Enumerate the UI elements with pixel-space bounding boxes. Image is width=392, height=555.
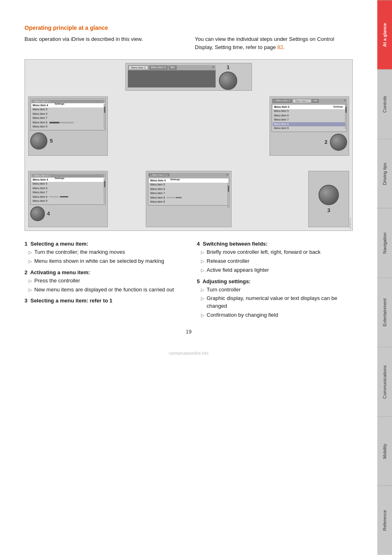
intro-link-82[interactable]: 82 [277, 44, 283, 50]
scrollbar-mid-left [104, 104, 106, 129]
menu-row-8: Menu item 8 [31, 121, 105, 125]
section-heading: Operating principle at a glance [24, 25, 353, 31]
menu-r-row-7: Menu item 7 [273, 118, 346, 122]
diagram-panel-mid-left: « Menu item 3 » ○ Menu item 4 Settings M… [28, 96, 108, 156]
menu-mid-right: Menu item 4 Settings Menu item 5 Menu it… [272, 104, 347, 132]
progress-fill-8 [49, 122, 59, 123]
tab2-menu-item-2: « Menu item 2 [272, 99, 292, 103]
arrow-icon-4-1: ▷ [201, 249, 204, 256]
list-title-4: Switching between fields: [203, 241, 267, 247]
menu-bc-row-9: Menu item 9 [149, 200, 228, 204]
menu-row-5: Menu item 5 [31, 107, 105, 112]
menu-r-row-9: Menu item 9 [273, 126, 346, 130]
tab-menu-item-3: Menu item 3 [149, 65, 168, 70]
mid-left-menu: « Menu item 3 » ○ Menu item 4 Settings M… [30, 98, 106, 130]
bot-tab-close-icon: ✕ [226, 173, 229, 177]
subitem-1-1: ▷ Turn the controller; the marking moves [29, 248, 180, 256]
scrollbar-thumb-r [345, 107, 347, 113]
sidebar-tab-controls[interactable]: Controls [377, 69, 392, 139]
list-num-3: 3 [24, 298, 27, 304]
mid-left-knob-row: 5 [30, 132, 106, 150]
sidebar-tab-mobility[interactable]: Mobility [377, 416, 392, 486]
subitem-1-2: ▷ Menu items shown in white can be selec… [29, 257, 180, 265]
tab2-menu-item-3: Menu item 3 [293, 99, 311, 103]
mid-right-knob-row: 2 [272, 134, 347, 151]
arrow-icon-4-3: ▷ [201, 267, 204, 274]
subitem-text-5-3: Confirmation by changing field [207, 311, 278, 319]
menu-r-row-8-hi: Menu item 8 [273, 122, 346, 126]
subitem-text-4-2: Release controller [207, 257, 249, 265]
arrow-icon-2-1: ▷ [29, 278, 32, 284]
list-item-5-title: 5 Adjusting settings: [197, 278, 353, 284]
menu-r-row-4: Menu item 4 Settings [273, 105, 346, 109]
menu-row-7: Menu item 7 [31, 116, 105, 120]
mid-right-tabbar: « Menu item 2 Menu item 3 Mix ✕ [272, 98, 347, 103]
controller-knob-3-left [30, 206, 45, 221]
sidebar-tab-navigation[interactable]: Navigation [377, 208, 392, 278]
list-col-left: 1 Selecting a menu item: ▷ Turn the cont… [24, 241, 180, 320]
subitem-5-3: ▷ Confirmation by changing field [201, 311, 353, 319]
diagram-panel-bot-right: 3 [308, 171, 349, 227]
subitem-4-3: ▷ Active field appears lighter [201, 266, 353, 274]
menu-bot-minimize: ○ [102, 175, 103, 177]
sidebar-tab-driving-tips[interactable]: Driving tips [377, 139, 392, 208]
subitem-5-2: ▷ Graphic display, numerical value or te… [201, 295, 353, 310]
subitem-text-5-2: Graphic display, numerical value or text… [207, 295, 353, 310]
sidebar: At a glance Controls Driving tips Naviga… [377, 0, 392, 555]
arrow-icon-1-1: ▷ [29, 249, 32, 256]
prog-b [60, 196, 68, 197]
tab2-mix: Mix [312, 99, 319, 103]
scrollbar-bot-center [227, 183, 229, 208]
arrow-icon-5-1: ▷ [201, 287, 204, 293]
top-tabbar: Menu item 2 Menu item 3 Mix ✕ [128, 65, 216, 70]
bot-left-knob-row: 4 [30, 206, 106, 221]
arrow-icon-1-2: ▷ [29, 258, 32, 265]
menu-bc-row-8: Menu item 8 [149, 196, 228, 200]
list-title-3: Selecting a menu item: refer to 1 [30, 298, 112, 304]
subitem-text-4-3: Active field appears lighter [207, 266, 269, 274]
footer-watermark: carmanualsonline.info [24, 351, 353, 356]
arrow-icon-2-2: ▷ [29, 287, 32, 293]
menu-bc-row-6: Menu item 6 [149, 187, 228, 191]
progress-bar-8 [49, 122, 74, 123]
subitem-4-1: ▷ Briefly move controller left, right, f… [201, 248, 353, 256]
subitem-text-2-2: New menu items are displayed or the func… [34, 286, 174, 294]
top-screen-panel: Menu item 2 Menu item 3 Mix ✕ [128, 65, 216, 89]
subitem-text-4-1: Briefly move controller left, right, for… [207, 248, 321, 256]
subitem-5-1: ▷ Turn controller [201, 286, 353, 294]
scrollbar-mid-right [345, 104, 347, 129]
menu-row-6: Menu item 6 [31, 112, 105, 116]
list-num-2: 2 [24, 269, 27, 275]
tab-close-icon: ✕ [212, 65, 215, 70]
list-num-5: 5 [197, 278, 200, 284]
top-right-knob-area: 1 [219, 64, 237, 90]
menu-title-bot-left: « Menu item 3 » ○ [31, 174, 105, 177]
bot-center-menu: Menu item 4 Settings Menu item 5 Menu it… [148, 177, 229, 206]
menu-row-4-sel: Menu item 4 Settings [31, 103, 105, 107]
tab-mix: Mix [169, 65, 177, 70]
menu-r-row-6: Menu item 6 [273, 114, 346, 118]
prog-bc-b [176, 197, 182, 198]
sidebar-tab-reference[interactable]: Reference [377, 486, 392, 555]
list-item-4-title: 4 Switching between fields: [197, 241, 353, 247]
sidebar-tab-communications[interactable]: Communications [377, 347, 392, 416]
menu-minimize: ○ [102, 100, 103, 103]
intro-text-right-part1: You can view the individual steps under … [195, 36, 334, 50]
diagram-panel-top: Menu item 2 Menu item 3 Mix ✕ 1 [125, 63, 252, 91]
subitem-text-1-1: Turn the controller; the marking moves [34, 248, 125, 256]
menu-bl-row-8: Menu item 8 [31, 195, 105, 199]
diagram-panel-mid-right: « Menu item 2 Menu item 3 Mix ✕ Menu ite… [270, 96, 349, 156]
scrollbar-thumb-bc [228, 186, 229, 192]
menu-bl-row-4: Menu item 4 Settings [31, 178, 105, 182]
scrollbar-thumb-bl [104, 181, 105, 187]
menu-bl-row-6: Menu item 6 [31, 186, 105, 190]
prog-a [49, 196, 59, 197]
sidebar-tab-at-a-glance[interactable]: At a glance [377, 0, 392, 69]
diagram-num-5: 5 [50, 138, 53, 144]
sidebar-tab-entertainment[interactable]: Entertainment [377, 278, 392, 347]
top-screen-content [128, 70, 216, 87]
tab2-close-icon: ✕ [344, 99, 346, 103]
list-title-2: Activating a menu item: [30, 269, 90, 275]
controller-knob-2 [330, 134, 347, 151]
subitem-text-5-1: Turn controller [207, 286, 241, 294]
